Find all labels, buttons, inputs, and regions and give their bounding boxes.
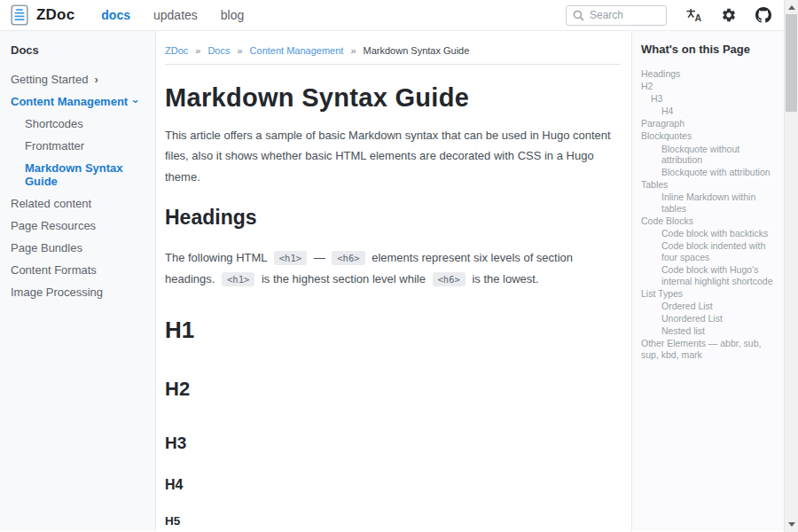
toc-item-nested-list[interactable]: Nested list xyxy=(641,325,780,337)
headings-paragraph: The following HTML <h1> — <h6> elements … xyxy=(165,247,615,289)
breadcrumb-separator: » xyxy=(350,45,356,56)
breadcrumb-zdoc[interactable]: ZDoc xyxy=(165,45,188,56)
sidebar-item-page-resources[interactable]: Page Resources xyxy=(11,215,148,237)
paragraph-text: — xyxy=(310,251,328,264)
toc-item-tables[interactable]: Tables xyxy=(641,179,780,191)
headings-section-title: Headings xyxy=(165,206,621,230)
breadcrumb-divider xyxy=(165,64,621,65)
sidebar-item-page-bundles[interactable]: Page Bundles xyxy=(11,237,148,259)
sidebar-item-markdown-syntax-guide[interactable]: Markdown Syntax Guide xyxy=(11,157,148,192)
sidebar-item-label: Getting Started xyxy=(11,73,88,86)
toc-list: HeadingsH2H3H4ParagraphBlockquotesBlockq… xyxy=(641,68,780,360)
nav-item-updates[interactable]: updates xyxy=(153,8,198,22)
toc-item-ordered-list[interactable]: Ordered List xyxy=(641,301,780,312)
sidebar-item-label: Content Formats xyxy=(11,263,97,277)
breadcrumb: ZDoc»Docs»Content Management»Markdown Sy… xyxy=(165,45,621,56)
demo-heading-h5: H5 xyxy=(165,514,621,528)
toc-item-headings[interactable]: Headings xyxy=(641,68,780,80)
sidebar-item-label: Shortcodes xyxy=(25,117,83,130)
top-right-controls: A xyxy=(566,5,771,26)
demo-heading-h4: H4 xyxy=(165,477,621,493)
main-content: ZDoc»Docs»Content Management»Markdown Sy… xyxy=(156,31,631,531)
paragraph-text: is the lowest. xyxy=(469,272,539,286)
sidebar-item-content-formats[interactable]: Content Formats xyxy=(11,259,148,281)
sidebar-item-image-processing[interactable]: Image Processing xyxy=(11,281,148,303)
toc-title: What's on this Page xyxy=(641,43,780,56)
vertical-scrollbar[interactable] xyxy=(784,0,798,532)
inline-code: <h1> xyxy=(222,272,254,286)
search-icon xyxy=(573,10,584,21)
breadcrumb-docs[interactable]: Docs xyxy=(207,45,230,56)
breadcrumb-separator: » xyxy=(237,45,242,56)
toc-item-h4[interactable]: H4 xyxy=(641,106,780,117)
paragraph-text: is the highest section level while xyxy=(258,272,428,286)
breadcrumb-content-management[interactable]: Content Management xyxy=(250,45,344,56)
toc-item-unordered-list[interactable]: Unordered List xyxy=(641,313,780,325)
nav-item-docs[interactable]: docs xyxy=(101,8,130,22)
demo-heading-h2: H2 xyxy=(165,378,621,401)
sidebar-item-getting-started[interactable]: Getting Started› xyxy=(11,68,148,90)
toc-item-code-block-with-hugo-s-internal-highlight-shortcode[interactable]: Code block with Hugo's internal highligh… xyxy=(641,264,780,286)
scrollbar-down-arrow[interactable] xyxy=(785,518,798,531)
demo-heading-h3: H3 xyxy=(165,434,621,453)
toc-item-list-types[interactable]: List Types xyxy=(641,288,780,300)
toc-item-blockquotes[interactable]: Blockquotes xyxy=(641,130,780,142)
sidebar-item-label: Content Management xyxy=(11,95,128,108)
page-title: Markdown Syntax Guide xyxy=(165,83,621,113)
paragraph-text: The following HTML xyxy=(165,251,270,264)
breadcrumb-markdown-syntax-guide: Markdown Syntax Guide xyxy=(364,45,470,56)
toc-item-h3[interactable]: H3 xyxy=(641,93,780,105)
sidebar-item-label: Page Resources xyxy=(11,219,96,232)
brand-title: ZDoc xyxy=(36,6,74,24)
github-icon[interactable] xyxy=(755,7,771,23)
toc-item-other-elements-abbr-sub-sup-kbd-mark[interactable]: Other Elements — abbr, sub, sup, kbd, ma… xyxy=(641,338,780,360)
sidebar-item-content-management[interactable]: Content Management› xyxy=(11,90,148,113)
chevron-down-icon: › xyxy=(130,99,142,103)
toc-item-h2[interactable]: H2 xyxy=(641,81,780,92)
toc-item-code-block-indented-with-four-spaces[interactable]: Code block indented with four spaces xyxy=(641,240,780,262)
demo-heading-h1: H1 xyxy=(165,317,621,344)
page: ZDoc docsupdatesblog A xyxy=(0,0,784,532)
svg-text:A: A xyxy=(695,12,702,23)
sidebar-item-label: Page Bundles xyxy=(11,241,82,254)
toc-item-code-blocks[interactable]: Code Blocks xyxy=(641,215,780,227)
search-box[interactable] xyxy=(566,5,667,26)
inline-code: <h6> xyxy=(332,251,364,265)
toc-item-blockquote-with-attribution[interactable]: Blockquote with attribution xyxy=(641,167,780,178)
toc-sidebar: What's on this Page HeadingsH2H3H4Paragr… xyxy=(631,31,784,531)
inline-code: <h1> xyxy=(274,251,307,265)
scrollbar-thumb[interactable] xyxy=(786,14,797,112)
toc-item-inline-markdown-within-tables[interactable]: Inline Markdown within tables xyxy=(641,192,780,214)
search-input[interactable] xyxy=(590,9,660,21)
toc-item-paragraph[interactable]: Paragraph xyxy=(641,118,780,129)
sidebar-item-related-content[interactable]: Related content xyxy=(11,192,148,215)
toc-item-blockquote-without-attribution[interactable]: Blockquote without attribution xyxy=(641,144,780,166)
sidebar-nav: Getting Started›Content Management›Short… xyxy=(11,68,148,303)
sidebar-item-label: Frontmatter xyxy=(25,139,84,153)
up-triangle-icon xyxy=(788,5,795,10)
top-nav-links: docsupdatesblog xyxy=(101,8,244,22)
translate-icon[interactable]: A xyxy=(685,7,702,23)
inline-code: <h6> xyxy=(433,272,466,286)
docs-sidebar: Docs Getting Started›Content Management›… xyxy=(0,31,156,531)
breadcrumb-separator: » xyxy=(195,45,200,56)
top-nav: ZDoc docsupdatesblog A xyxy=(0,0,784,31)
toc-item-code-block-with-backticks[interactable]: Code block with backticks xyxy=(641,228,780,239)
sidebar-item-frontmatter[interactable]: Frontmatter xyxy=(11,135,148,157)
scrollbar-up-arrow[interactable] xyxy=(785,1,798,14)
sidebar-item-label: Related content xyxy=(11,197,91,210)
intro-paragraph: This article offers a sample of basic Ma… xyxy=(165,125,615,187)
nav-item-blog[interactable]: blog xyxy=(221,8,244,22)
sidebar-item-label: Image Processing xyxy=(11,286,103,299)
brand-logo[interactable]: ZDoc xyxy=(11,4,74,26)
document-lines-icon xyxy=(11,4,28,26)
sidebar-title: Docs xyxy=(11,43,148,57)
settings-gear-icon[interactable] xyxy=(721,7,737,23)
sidebar-item-shortcodes[interactable]: Shortcodes xyxy=(11,113,148,135)
heading-demos: H1H2H3H4H5H6 xyxy=(165,317,621,531)
sidebar-item-label: Markdown Syntax Guide xyxy=(25,161,148,188)
down-triangle-icon xyxy=(788,522,795,527)
chevron-right-icon: › xyxy=(94,74,98,85)
